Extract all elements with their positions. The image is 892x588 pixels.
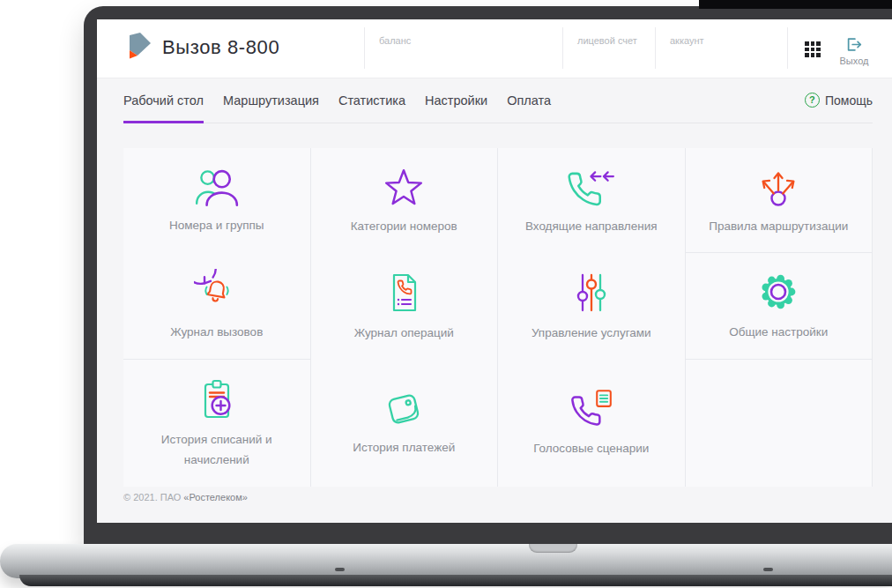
card-label: Журнал вызовов: [170, 323, 263, 343]
laptop-lid-notch: [529, 544, 577, 553]
card-general-settings[interactable]: Общие настройки: [686, 253, 873, 360]
balance-label: баланс: [379, 35, 411, 46]
incoming-call-icon: [566, 165, 617, 209]
card-incoming-directions[interactable]: Входящие направления: [498, 148, 686, 253]
operations-document-icon: [381, 270, 427, 316]
laptop-screen: Вызов 8-800 баланс лицевой счет аккаунт …: [97, 19, 892, 523]
card-label: Управление услугами: [531, 324, 651, 344]
laptop-foot: [335, 568, 345, 571]
header-divider: [655, 27, 656, 69]
sliders-icon: [569, 270, 614, 316]
card-label: История списаний и начислений: [130, 430, 302, 471]
tab-statistics[interactable]: Статистика: [338, 78, 405, 123]
logout-icon: [845, 37, 863, 52]
tab-dashboard[interactable]: Рабочий стол: [123, 78, 204, 123]
card-label: История платежей: [353, 438, 455, 458]
card-charges-history[interactable]: История списаний и начислений: [123, 360, 311, 487]
laptop-base-underside: [19, 575, 892, 586]
card-service-management[interactable]: Управление услугами: [498, 253, 686, 360]
help-label: Помощь: [825, 93, 873, 108]
users-icon: [193, 166, 241, 208]
card-label: Голосовые сценарии: [533, 439, 649, 459]
card-voice-scenarios[interactable]: Голосовые сценарии: [498, 360, 686, 487]
clipboard-plus-icon: [194, 376, 240, 422]
logout-label: Выход: [832, 56, 876, 66]
card-numbers-groups[interactable]: Номера и группы: [123, 148, 311, 253]
star-icon: [382, 165, 426, 209]
tab-payment[interactable]: Оплата: [507, 78, 551, 123]
card-label: Правила маршрутизации: [709, 217, 848, 237]
gear-icon: [755, 269, 801, 315]
apps-grid-icon[interactable]: [805, 41, 821, 57]
card-payments-history[interactable]: История платежей: [311, 360, 499, 487]
help-link[interactable]: ? Помощь: [805, 93, 873, 108]
logout-button[interactable]: Выход: [832, 37, 876, 66]
call-log-bell-icon: [194, 269, 240, 315]
header-divider: [562, 27, 563, 69]
card-label: Входящие направления: [525, 217, 658, 237]
dashboard-cards: Номера и группы Категории номеров Входящ…: [123, 148, 873, 487]
copyright-text: © 2021. ПАО: [123, 492, 183, 502]
rostelecom-logo-icon[interactable]: [123, 33, 152, 64]
tab-routing[interactable]: Маршрутизация: [223, 78, 319, 123]
laptop-foot: [763, 568, 773, 571]
header-divider: [364, 27, 365, 69]
card-label: Номера и группы: [169, 216, 264, 236]
personal-account-label: лицевой счет: [577, 35, 637, 46]
app-title: Вызов 8-800: [162, 36, 279, 59]
tab-settings[interactable]: Настройки: [425, 78, 487, 123]
footer-copyright: © 2021. ПАО «Ростелеком»: [123, 492, 248, 502]
brand-name: «Ростелеком»: [183, 492, 248, 502]
question-circle-icon: ?: [805, 93, 820, 108]
card-label: Категории номеров: [351, 217, 457, 237]
laptop-base: [0, 544, 892, 578]
card-number-categories[interactable]: Категории номеров: [311, 148, 499, 253]
card-label: Журнал операций: [354, 324, 454, 344]
routing-arrows-icon: [755, 163, 801, 209]
card-routing-rules[interactable]: Правила маршрутизации: [686, 148, 873, 253]
card-call-log[interactable]: Журнал вызовов: [123, 253, 311, 360]
app-header: Вызов 8-800 баланс лицевой счет аккаунт …: [97, 19, 892, 78]
voice-phone-icon: [568, 387, 615, 431]
card-label: Общие настройки: [729, 323, 828, 343]
wallet-icon: [382, 388, 426, 430]
header-divider: [787, 27, 788, 69]
main-navigation: Рабочий стол Маршрутизация Статистика На…: [123, 78, 873, 123]
empty-cell: [686, 360, 873, 487]
card-operations-log[interactable]: Журнал операций: [311, 253, 499, 360]
account-label: аккаунт: [670, 35, 704, 46]
laptop-lid-edge: [699, 0, 892, 9]
